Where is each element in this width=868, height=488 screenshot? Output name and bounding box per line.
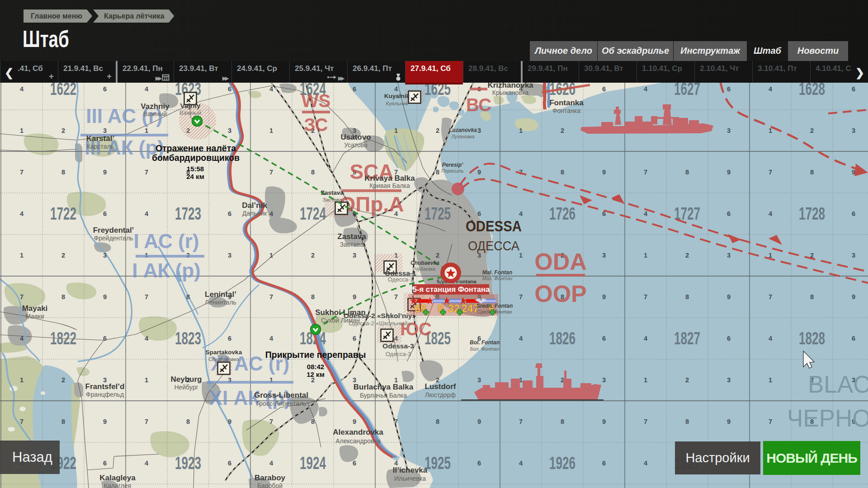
svg-text:1823: 1823 (175, 329, 201, 348)
svg-text:4: 4 (20, 210, 24, 217)
svg-text:6: 6 (852, 335, 855, 342)
svg-text:6: 6 (103, 460, 107, 467)
svg-text:1827: 1827 (674, 329, 700, 348)
svg-text:1627: 1627 (674, 83, 700, 99)
svg-text:Vajniy: Vajniy (180, 102, 201, 109)
svg-text:Бол. Фонтан: Бол. Фонтан (470, 346, 500, 352)
svg-text:6: 6 (103, 85, 107, 93)
svg-text:ОДЕССА: ОДЕССА (468, 238, 519, 253)
svg-text:8: 8 (61, 418, 65, 425)
svg-text:Lustdorf: Lustdorf (425, 382, 456, 391)
svg-text:2: 2 (61, 252, 65, 259)
svg-text:4: 4 (644, 85, 647, 93)
svg-text:9: 9 (602, 418, 606, 425)
svg-text:2: 2 (436, 127, 439, 134)
svg-text:1828: 1828 (799, 329, 825, 348)
svg-text:9: 9 (477, 418, 481, 425)
svg-text:Zastava: Zastava (337, 232, 366, 241)
svg-text:OOP: OOP (534, 281, 587, 307)
svg-text:Нейбург: Нейбург (174, 384, 198, 391)
svg-text:1: 1 (644, 252, 647, 259)
svg-text:1: 1 (20, 376, 24, 384)
svg-text:9: 9 (602, 169, 606, 176)
svg-text:1: 1 (269, 127, 273, 134)
svg-text:8: 8 (561, 169, 564, 176)
svg-text:1: 1 (145, 127, 148, 134)
svg-text:6: 6 (852, 85, 855, 93)
svg-text:7: 7 (644, 418, 647, 425)
svg-text:1726: 1726 (549, 204, 576, 223)
svg-text:7: 7 (20, 418, 24, 425)
svg-text:8: 8 (685, 169, 689, 176)
svg-text:Usatovo: Usatovo (340, 133, 371, 141)
svg-text:Burlachya Balka: Burlachya Balka (354, 383, 414, 391)
svg-text:4: 4 (769, 335, 772, 342)
svg-text:4: 4 (269, 210, 273, 217)
svg-text:Krivaya Balka: Krivaya Balka (364, 174, 415, 183)
svg-text:Alexandrovka: Alexandrovka (333, 428, 383, 436)
svg-text:5-я станция Фонтана: 5-я станция Фонтана (413, 285, 490, 293)
svg-text:Калаглея: Калаглея (104, 482, 131, 488)
svg-text:2: 2 (436, 252, 439, 259)
svg-text:1: 1 (20, 127, 24, 134)
svg-text:4: 4 (269, 85, 273, 93)
svg-text:2: 2 (311, 252, 315, 259)
svg-text:ODA: ODA (534, 249, 587, 275)
svg-text:8: 8 (810, 293, 814, 300)
svg-text:1728: 1728 (799, 204, 825, 223)
svg-text:4: 4 (20, 85, 24, 93)
svg-text:9: 9 (727, 418, 731, 425)
svg-text:4: 4 (394, 85, 398, 93)
svg-text:9: 9 (477, 169, 481, 176)
svg-text:1923: 1923 (175, 454, 201, 473)
svg-text:Мал. Фонтан: Мал. Фонтан (482, 276, 513, 281)
svg-text:BLACK: BLACK (808, 371, 868, 398)
svg-text:Пересыпь: Пересыпь (441, 168, 463, 174)
svg-text:1725: 1725 (425, 204, 451, 223)
svg-text:Одесса-1: Одесса-1 (388, 276, 413, 283)
svg-text:1: 1 (519, 127, 523, 134)
svg-text:3: 3 (602, 252, 606, 259)
svg-text:1622: 1622 (50, 83, 76, 99)
svg-text:8: 8 (685, 418, 689, 425)
svg-text:3: 3 (228, 127, 231, 134)
svg-text:Frantsfel’d: Frantsfel’d (85, 382, 125, 391)
svg-text:Zastava: Zastava (321, 189, 344, 196)
svg-text:6: 6 (228, 460, 231, 467)
svg-text:9: 9 (727, 293, 731, 300)
svg-text:4: 4 (519, 335, 523, 342)
svg-text:9: 9 (103, 418, 107, 425)
svg-text:7: 7 (519, 293, 523, 300)
svg-text:6: 6 (353, 85, 356, 93)
svg-text:7: 7 (269, 418, 273, 425)
svg-text:ЗС: ЗС (304, 115, 328, 135)
svg-text:Sredn. Fontan: Sredn. Fontan (476, 303, 513, 309)
svg-text:Чубаевка: Чубаевка (415, 266, 436, 272)
svg-text:6: 6 (353, 335, 356, 342)
svg-text:1723: 1723 (175, 204, 201, 223)
svg-text:4: 4 (519, 460, 523, 467)
svg-text:3: 3 (852, 252, 855, 259)
svg-text:Кривая Балка: Кривая Балка (369, 182, 410, 189)
svg-text:8: 8 (436, 418, 439, 425)
svg-text:Францфельд: Францфельд (86, 391, 124, 398)
svg-text:6: 6 (602, 460, 606, 467)
svg-text:7: 7 (20, 293, 24, 300)
svg-text:Neyburg: Neyburg (171, 375, 202, 384)
svg-text:12 км: 12 км (307, 371, 324, 378)
svg-text:Куяльник: Куяльник (386, 101, 408, 106)
svg-text:Gross-Libental: Gross-Libental (254, 391, 308, 399)
svg-text:7: 7 (145, 293, 148, 300)
svg-text:9: 9 (852, 293, 855, 300)
svg-text:7: 7 (644, 293, 647, 300)
svg-text:7: 7 (519, 418, 523, 425)
svg-text:3: 3 (477, 127, 481, 134)
svg-text:7: 7 (769, 293, 772, 300)
svg-text:3: 3 (852, 127, 855, 134)
svg-text:3: 3 (353, 252, 356, 259)
svg-text:Fontanka: Fontanka (549, 99, 584, 107)
svg-text:7: 7 (145, 418, 148, 425)
svg-text:8: 8 (61, 293, 65, 300)
svg-text:4: 4 (145, 85, 148, 93)
svg-text:Karstal’: Karstal’ (86, 134, 114, 143)
